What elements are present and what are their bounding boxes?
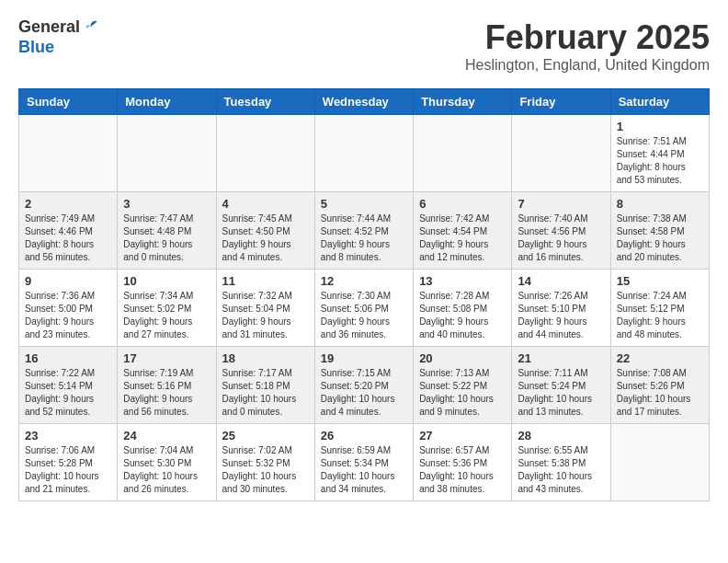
table-row: 14Sunrise: 7:26 AMSunset: 5:10 PMDayligh… xyxy=(512,270,610,347)
day-number: 17 xyxy=(123,351,210,365)
logo-blue-text: Blue xyxy=(18,39,100,57)
table-row xyxy=(118,115,216,192)
day-number: 26 xyxy=(321,429,407,442)
day-info: Sunrise: 7:38 AMSunset: 4:58 PMDaylight:… xyxy=(617,213,703,264)
calendar-week-4: 16Sunrise: 7:22 AMSunset: 5:14 PMDayligh… xyxy=(19,347,710,424)
day-info: Sunrise: 7:42 AMSunset: 4:54 PMDaylight:… xyxy=(419,213,506,264)
table-row: 3Sunrise: 7:47 AMSunset: 4:48 PMDaylight… xyxy=(118,192,216,270)
day-info: Sunrise: 7:44 AMSunset: 4:52 PMDaylight:… xyxy=(321,213,407,264)
page-header: General Blue February 2025 Heslington, E… xyxy=(18,18,710,74)
day-info: Sunrise: 7:13 AMSunset: 5:22 PMDaylight:… xyxy=(419,367,506,419)
day-info: Sunrise: 6:57 AMSunset: 5:36 PMDaylight:… xyxy=(419,444,506,496)
calendar-week-5: 23Sunrise: 7:06 AMSunset: 5:28 PMDayligh… xyxy=(19,424,710,501)
table-row: 21Sunrise: 7:11 AMSunset: 5:24 PMDayligh… xyxy=(512,347,610,424)
day-number: 21 xyxy=(518,351,604,365)
table-row: 17Sunrise: 7:19 AMSunset: 5:16 PMDayligh… xyxy=(118,347,216,424)
day-number: 9 xyxy=(25,274,111,288)
day-number: 11 xyxy=(222,274,309,288)
day-number: 7 xyxy=(518,197,604,211)
calendar-week-3: 9Sunrise: 7:36 AMSunset: 5:00 PMDaylight… xyxy=(19,270,710,347)
table-row: 20Sunrise: 7:13 AMSunset: 5:22 PMDayligh… xyxy=(414,347,512,424)
table-row: 27Sunrise: 6:57 AMSunset: 5:36 PMDayligh… xyxy=(414,424,512,501)
day-number: 16 xyxy=(25,351,111,365)
day-number: 2 xyxy=(25,197,111,211)
day-info: Sunrise: 7:02 AMSunset: 5:32 PMDaylight:… xyxy=(222,444,309,496)
title-block: February 2025 Heslington, England, Unite… xyxy=(465,18,710,74)
table-row: 23Sunrise: 7:06 AMSunset: 5:28 PMDayligh… xyxy=(19,424,118,501)
day-number: 8 xyxy=(617,197,703,211)
header-tuesday: Tuesday xyxy=(216,89,314,115)
header-thursday: Thursday xyxy=(414,89,512,115)
day-number: 25 xyxy=(222,429,309,442)
calendar-header-row: Sunday Monday Tuesday Wednesday Thursday… xyxy=(19,89,710,115)
day-number: 14 xyxy=(518,274,604,288)
table-row: 18Sunrise: 7:17 AMSunset: 5:18 PMDayligh… xyxy=(216,347,314,424)
day-info: Sunrise: 7:34 AMSunset: 5:02 PMDaylight:… xyxy=(123,290,210,341)
table-row xyxy=(414,115,512,192)
table-row: 19Sunrise: 7:15 AMSunset: 5:20 PMDayligh… xyxy=(314,347,413,424)
day-info: Sunrise: 7:47 AMSunset: 4:48 PMDaylight:… xyxy=(123,213,210,264)
day-info: Sunrise: 7:26 AMSunset: 5:10 PMDaylight:… xyxy=(518,290,604,341)
day-info: Sunrise: 7:11 AMSunset: 5:24 PMDaylight:… xyxy=(518,367,604,419)
day-info: Sunrise: 7:08 AMSunset: 5:26 PMDaylight:… xyxy=(617,367,703,419)
table-row: 10Sunrise: 7:34 AMSunset: 5:02 PMDayligh… xyxy=(118,270,216,347)
table-row xyxy=(512,115,610,192)
day-number: 20 xyxy=(419,351,506,365)
table-row xyxy=(610,424,709,501)
day-info: Sunrise: 7:36 AMSunset: 5:00 PMDaylight:… xyxy=(25,290,111,341)
header-monday: Monday xyxy=(118,89,216,115)
table-row: 26Sunrise: 6:59 AMSunset: 5:34 PMDayligh… xyxy=(314,424,413,501)
day-info: Sunrise: 7:30 AMSunset: 5:06 PMDaylight:… xyxy=(321,290,407,341)
table-row: 22Sunrise: 7:08 AMSunset: 5:26 PMDayligh… xyxy=(610,347,709,424)
day-info: Sunrise: 7:28 AMSunset: 5:08 PMDaylight:… xyxy=(419,290,506,341)
logo-bird-icon xyxy=(82,18,100,39)
day-info: Sunrise: 7:49 AMSunset: 4:46 PMDaylight:… xyxy=(25,213,111,264)
table-row: 6Sunrise: 7:42 AMSunset: 4:54 PMDaylight… xyxy=(414,192,512,270)
day-number: 1 xyxy=(617,120,703,133)
day-number: 4 xyxy=(222,197,309,211)
table-row: 2Sunrise: 7:49 AMSunset: 4:46 PMDaylight… xyxy=(19,192,118,270)
day-info: Sunrise: 7:17 AMSunset: 5:18 PMDaylight:… xyxy=(222,367,309,419)
header-friday: Friday xyxy=(512,89,610,115)
table-row: 24Sunrise: 7:04 AMSunset: 5:30 PMDayligh… xyxy=(118,424,216,501)
day-number: 27 xyxy=(419,429,506,442)
header-wednesday: Wednesday xyxy=(314,89,413,115)
day-number: 13 xyxy=(419,274,506,288)
day-info: Sunrise: 7:45 AMSunset: 4:50 PMDaylight:… xyxy=(222,213,309,264)
day-number: 5 xyxy=(321,197,407,211)
calendar-table: Sunday Monday Tuesday Wednesday Thursday… xyxy=(18,88,710,501)
table-row: 9Sunrise: 7:36 AMSunset: 5:00 PMDaylight… xyxy=(19,270,118,347)
month-title: February 2025 xyxy=(465,18,710,57)
day-number: 18 xyxy=(222,351,309,365)
day-info: Sunrise: 7:24 AMSunset: 5:12 PMDaylight:… xyxy=(617,290,703,341)
table-row xyxy=(314,115,413,192)
calendar-week-2: 2Sunrise: 7:49 AMSunset: 4:46 PMDaylight… xyxy=(19,192,710,270)
calendar-week-1: 1Sunrise: 7:51 AMSunset: 4:44 PMDaylight… xyxy=(19,115,710,192)
table-row xyxy=(216,115,314,192)
table-row xyxy=(19,115,118,192)
table-row: 15Sunrise: 7:24 AMSunset: 5:12 PMDayligh… xyxy=(610,270,709,347)
header-saturday: Saturday xyxy=(610,89,709,115)
day-number: 23 xyxy=(25,429,111,442)
day-info: Sunrise: 7:06 AMSunset: 5:28 PMDaylight:… xyxy=(25,444,111,496)
day-number: 28 xyxy=(518,429,604,442)
table-row: 4Sunrise: 7:45 AMSunset: 4:50 PMDaylight… xyxy=(216,192,314,270)
day-number: 19 xyxy=(321,351,407,365)
table-row: 7Sunrise: 7:40 AMSunset: 4:56 PMDaylight… xyxy=(512,192,610,270)
table-row: 13Sunrise: 7:28 AMSunset: 5:08 PMDayligh… xyxy=(414,270,512,347)
table-row: 11Sunrise: 7:32 AMSunset: 5:04 PMDayligh… xyxy=(216,270,314,347)
table-row: 12Sunrise: 7:30 AMSunset: 5:06 PMDayligh… xyxy=(314,270,413,347)
day-number: 3 xyxy=(123,197,210,211)
table-row: 16Sunrise: 7:22 AMSunset: 5:14 PMDayligh… xyxy=(19,347,118,424)
table-row: 25Sunrise: 7:02 AMSunset: 5:32 PMDayligh… xyxy=(216,424,314,501)
day-number: 10 xyxy=(123,274,210,288)
logo-general: General xyxy=(18,18,100,39)
day-number: 22 xyxy=(617,351,703,365)
header-sunday: Sunday xyxy=(19,89,118,115)
day-info: Sunrise: 7:19 AMSunset: 5:16 PMDaylight:… xyxy=(123,367,210,419)
table-row: 8Sunrise: 7:38 AMSunset: 4:58 PMDaylight… xyxy=(610,192,709,270)
day-info: Sunrise: 7:04 AMSunset: 5:30 PMDaylight:… xyxy=(123,444,210,496)
day-number: 15 xyxy=(617,274,703,288)
day-info: Sunrise: 7:32 AMSunset: 5:04 PMDaylight:… xyxy=(222,290,309,341)
logo: General Blue xyxy=(18,18,100,57)
